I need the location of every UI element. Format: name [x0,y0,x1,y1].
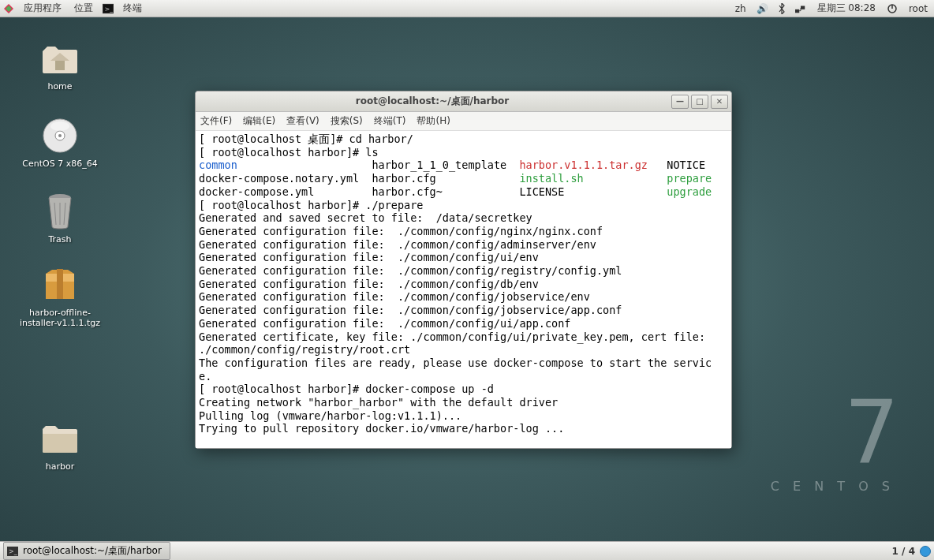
menu-applications[interactable]: 应用程序 [21,2,65,15]
svg-point-10 [58,134,62,137]
terminal-launcher-icon[interactable]: >_ [103,3,114,14]
svg-rect-4 [801,6,805,9]
terminal-window: root@localhost:~/桌面/harbor — □ ✕ 文件(F) 编… [195,91,732,449]
desktop: home CentOS 7 x86_64 Trash harbor-offlin… [0,17,934,541]
input-method-indicator[interactable]: zh [732,3,749,14]
desktop-icon-folder-harbor[interactable]: harbor [13,420,107,472]
top-panel: 应用程序 位置 >_ 终端 zh 🔊 星期三 08:28 root [0,0,934,17]
desktop-icon-cd[interactable]: CentOS 7 x86_64 [13,117,107,170]
workspace-label: 1 / 4 [892,546,915,557]
centos-word: C E N T O S [771,479,895,494]
menu-help[interactable]: 帮助(H) [417,114,450,128]
terminal-launcher-label[interactable]: 终端 [120,2,145,15]
clock[interactable]: 星期三 08:28 [814,2,879,15]
volume-icon[interactable]: 🔊 [757,3,768,14]
window-controls: — □ ✕ [669,95,728,109]
desktop-icon-archive[interactable]: harbor-offline-installer-v1.1.1.tgz [13,266,107,329]
activities-icon [3,3,14,14]
workspace-switcher[interactable]: 1 / 4 [892,546,931,557]
trash-icon [41,192,79,230]
folder-icon [41,420,79,457]
svg-rect-3 [795,9,799,12]
minimize-button[interactable]: — [671,95,689,109]
bottom-panel: >_ root@localhost:~/桌面/harbor 1 / 4 [0,541,934,560]
maximize-button[interactable]: □ [691,95,708,109]
power-icon[interactable] [887,3,898,14]
disc-icon [41,117,79,155]
desktop-icon-home[interactable]: home [13,39,107,92]
workspace-indicator-icon [920,546,931,557]
desktop-icon-label: CentOS 7 x86_64 [20,158,99,170]
menu-terminal[interactable]: 终端(T) [374,114,406,128]
bluetooth-icon[interactable] [776,3,787,14]
svg-rect-7 [55,61,65,70]
network-icon[interactable] [795,3,806,14]
taskbar-item-label: root@localhost:~/桌面/harbor [23,544,162,558]
desktop-icon-label: harbor [43,461,77,472]
centos-seven: 7 [771,398,895,468]
menu-view[interactable]: 查看(V) [286,114,319,128]
window-title: root@localhost:~/桌面/harbor [196,95,669,108]
user-label[interactable]: root [906,3,931,14]
terminal-icon: >_ [7,546,18,557]
desktop-icon-label: home [45,80,74,92]
close-button[interactable]: ✕ [711,95,728,109]
desktop-icon-trash[interactable]: Trash [13,192,107,245]
terminal-body[interactable]: [ root@localhost 桌面]# cd harbor/ [ root@… [196,131,731,448]
menu-edit[interactable]: 编辑(E) [243,114,275,128]
menu-file[interactable]: 文件(F) [200,114,232,128]
svg-rect-16 [57,269,63,299]
svg-text:>_: >_ [105,5,114,12]
window-titlebar[interactable]: root@localhost:~/桌面/harbor — □ ✕ [196,91,731,112]
taskbar-item-terminal[interactable]: >_ root@localhost:~/桌面/harbor [3,542,170,560]
desktop-icon-label: harbor-offline-installer-v1.1.1.tgz [13,307,107,329]
centos-brand: 7 C E N T O S [771,398,895,494]
menu-search[interactable]: 搜索(S) [331,114,363,128]
svg-point-11 [50,121,69,131]
home-folder-icon [41,39,79,77]
archive-icon [41,266,79,304]
menu-places[interactable]: 位置 [71,2,96,15]
svg-text:>_: >_ [9,548,18,555]
desktop-icon-label: Trash [46,233,73,245]
terminal-menubar: 文件(F) 编辑(E) 查看(V) 搜索(S) 终端(T) 帮助(H) [196,112,731,131]
